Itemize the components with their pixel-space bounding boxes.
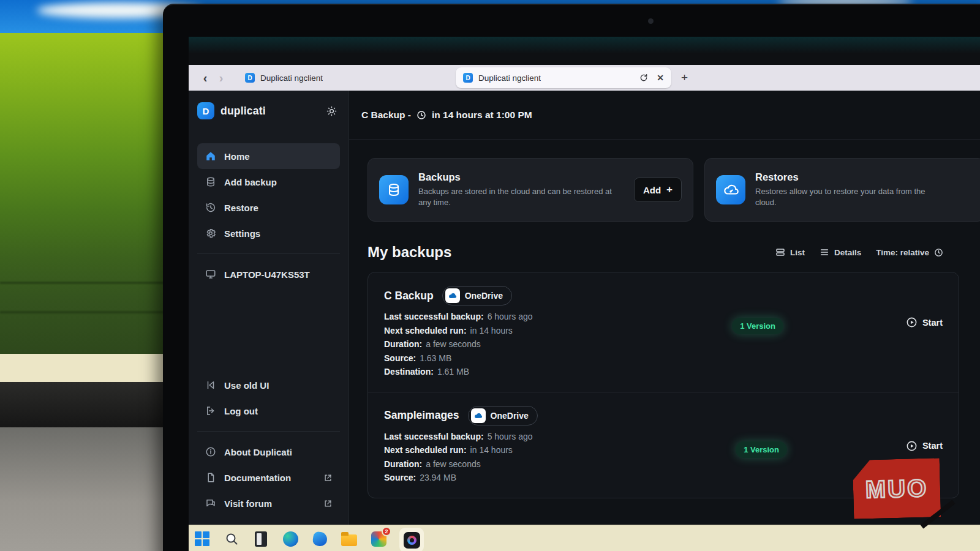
- refresh-icon[interactable]: [639, 73, 648, 82]
- history-icon: [205, 202, 217, 213]
- sidebar-item-restore[interactable]: Restore: [197, 195, 340, 220]
- machine-name: LAPTOP-U47KS53T: [224, 269, 310, 280]
- taskbar-app-notepad[interactable]: [252, 530, 270, 547]
- next-run-time: in 14 hours at 1:00 PM: [432, 110, 532, 121]
- time-mode-label: Time: relative: [876, 248, 929, 257]
- start-backup-button[interactable]: Start: [906, 440, 943, 452]
- copilot-icon: [312, 531, 328, 547]
- photo-of-laptop: ‹ › D Duplicati ngclient D Duplicati ngc…: [0, 0, 980, 551]
- sidebar-item-machine[interactable]: LAPTOP-U47KS53T: [197, 261, 340, 287]
- stat-line: Duration:a few seconds: [384, 339, 943, 349]
- divider: [197, 431, 340, 432]
- provider-name: OneDrive: [491, 411, 529, 421]
- external-link-icon: [323, 499, 333, 508]
- browser-tab-1[interactable]: D Duplicati ngclient: [238, 65, 452, 91]
- play-circle-icon: [906, 317, 918, 328]
- sidebar-item-settings[interactable]: Settings: [197, 220, 340, 246]
- chat-icon: [205, 498, 217, 509]
- search-icon: [224, 531, 239, 546]
- view-list-button[interactable]: List: [775, 247, 805, 257]
- muo-watermark-text: MUO: [865, 474, 928, 503]
- start-backup-button[interactable]: Start: [906, 317, 943, 328]
- provider-badge: OneDrive: [442, 286, 512, 305]
- card-title: Backups: [418, 171, 624, 183]
- tab-title: Duplicati ngclient: [478, 73, 541, 83]
- theme-toggle-button[interactable]: [323, 102, 340, 119]
- folder-icon: [341, 534, 357, 546]
- sidebar-nav: Home Add backup Restore: [197, 143, 340, 287]
- notification-badge: 2: [382, 527, 391, 536]
- version-badge[interactable]: 1 Version: [732, 318, 783, 334]
- stat-line: Last successful backup:6 hours ago: [384, 312, 943, 321]
- backup-entry-c-backup[interactable]: C Backup OneDrive Last successful backup…: [368, 272, 959, 392]
- stat-line: Destination:1.61 MB: [384, 367, 943, 377]
- external-link-icon: [323, 473, 333, 482]
- version-badge[interactable]: 1 Version: [736, 441, 787, 458]
- sidebar-item-label: Use old UI: [224, 380, 269, 391]
- taskbar-search-button[interactable]: [223, 530, 240, 547]
- start-button[interactable]: [194, 530, 211, 547]
- info-icon: [205, 446, 217, 457]
- my-backups-header-row: My backups List: [368, 244, 943, 261]
- view-button-label: List: [790, 248, 805, 257]
- backup-name: C Backup: [384, 290, 434, 302]
- start-button-label: Start: [922, 318, 943, 328]
- start-button-label: Start: [922, 441, 943, 451]
- sidebar-item-log-out[interactable]: Log out: [197, 398, 340, 424]
- sidebar: D duplicati Home: [189, 91, 349, 525]
- view-details-button[interactable]: Details: [820, 247, 861, 257]
- status-header: C Backup - in 14 hours at 1:00 PM: [349, 91, 980, 140]
- wallpaper-field-line: [0, 282, 178, 284]
- summary-cards: Backups Backups are stored in the cloud …: [368, 158, 980, 222]
- forward-icon[interactable]: ›: [213, 71, 229, 85]
- sidebar-item-label: About Duplicati: [224, 447, 292, 457]
- sidebar-item-add-backup[interactable]: Add backup: [197, 169, 340, 195]
- duplicati-app: D duplicati Home: [189, 91, 980, 525]
- restores-card-icon: [716, 175, 745, 204]
- play-circle-icon: [906, 440, 918, 452]
- add-backup-button[interactable]: Add +: [634, 178, 682, 202]
- duplicati-favicon: D: [245, 73, 255, 83]
- sidebar-item-label: Documentation: [224, 473, 291, 483]
- document-icon: [205, 472, 217, 483]
- sidebar-item-about[interactable]: About Duplicati: [197, 439, 340, 465]
- list-view-icon: [775, 247, 785, 257]
- taskbar-active-app[interactable]: [399, 528, 424, 551]
- view-button-label: Details: [834, 248, 861, 257]
- home-icon: [205, 151, 217, 162]
- duplicati-favicon: D: [463, 73, 473, 83]
- taskbar-app-copilot[interactable]: [311, 530, 328, 547]
- add-button-label: Add: [643, 185, 661, 195]
- taskbar-app-edge[interactable]: [282, 530, 299, 547]
- screen-top-strip: [189, 37, 980, 65]
- close-icon[interactable]: ✕: [657, 73, 664, 83]
- new-tab-icon[interactable]: +: [681, 71, 688, 84]
- muo-watermark: MUO: [853, 458, 941, 519]
- backup-name: Sampleimages: [384, 409, 459, 422]
- sidebar-item-visit-forum[interactable]: Visit forum: [197, 490, 340, 516]
- taskbar-file-explorer[interactable]: [341, 530, 358, 547]
- sidebar-item-use-old-ui[interactable]: Use old UI: [197, 372, 340, 398]
- restores-card: Restores Restores allow you to restore y…: [704, 158, 980, 222]
- wallpaper-field-line: [0, 311, 178, 313]
- stat-line: Source:1.63 MB: [384, 353, 943, 363]
- taskbar-app-with-badge[interactable]: 2: [370, 530, 387, 547]
- time-mode-button[interactable]: Time: relative: [876, 248, 943, 257]
- tab-title: Duplicati ngclient: [260, 73, 323, 83]
- onedrive-icon: [445, 288, 460, 303]
- active-backup-name: C Backup -: [361, 110, 411, 121]
- sidebar-item-label: Visit forum: [224, 498, 272, 509]
- browser-tab-bar: ‹ › D Duplicati ngclient D Duplicati ngc…: [189, 65, 980, 91]
- clock-icon: [934, 248, 943, 257]
- edge-icon: [283, 531, 298, 547]
- sidebar-item-documentation[interactable]: Documentation: [197, 465, 340, 490]
- brand-name: duplicati: [221, 105, 266, 118]
- back-icon[interactable]: ‹: [197, 71, 213, 85]
- view-controls: List Details Time: relative: [775, 247, 943, 257]
- page-title: My backups: [368, 244, 451, 261]
- clock-icon: [417, 110, 426, 120]
- browser-tab-2-active[interactable]: D Duplicati ngclient ✕: [456, 67, 671, 88]
- sidebar-item-home[interactable]: Home: [197, 143, 340, 169]
- sidebar-item-label: Add backup: [224, 177, 277, 187]
- card-description: Restores allow you to restore your data …: [755, 186, 939, 208]
